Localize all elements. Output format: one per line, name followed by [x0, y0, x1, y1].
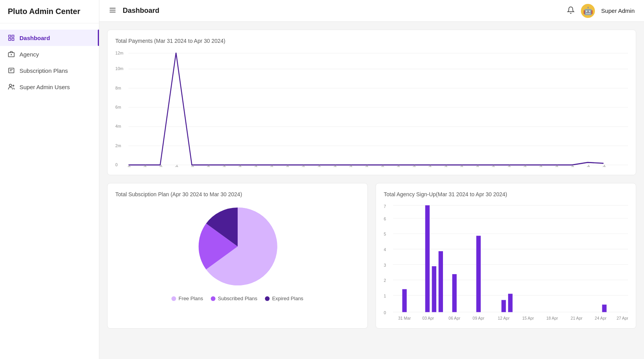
- svg-rect-84: [602, 304, 607, 312]
- svg-text:18 Apr: 18 Apr: [546, 315, 558, 320]
- subscription-plan-title: Total Subsciption Plan (Apr 30 2024 to M…: [115, 191, 360, 197]
- total-payments-title: Total Payments (Mar 31 2024 to Apr 30 20…: [115, 38, 628, 44]
- svg-text:04 Apr: 04 Apr: [184, 164, 195, 167]
- svg-text:3: 3: [384, 262, 386, 267]
- header-actions: 🤖 Super Admin: [567, 4, 635, 18]
- app-logo: Pluto Admin Center: [0, 0, 99, 23]
- legend-label-expired: Expired Plans: [272, 296, 303, 301]
- agency-signup-card: Total Agency Sign-Up(Mar 31 2024 to Apr …: [376, 183, 636, 329]
- svg-text:5: 5: [384, 232, 386, 237]
- svg-text:8m: 8m: [115, 85, 121, 90]
- total-payments-card: Total Payments (Mar 31 2024 to Apr 30 20…: [107, 30, 636, 175]
- svg-text:27 Apr: 27 Apr: [617, 315, 628, 320]
- svg-text:03 Apr: 03 Apr: [169, 164, 180, 167]
- line-chart-svg: 0 2m 4m 6m 8m 10m 12m: [115, 50, 628, 167]
- users-icon: [8, 83, 15, 90]
- username-label: Super Admin: [601, 7, 635, 14]
- page-title: Dashboard: [123, 7, 561, 15]
- svg-text:6: 6: [384, 216, 386, 221]
- content-area: Total Payments (Mar 31 2024 to Apr 30 20…: [99, 22, 644, 359]
- legend-label-free: Free Plans: [178, 296, 203, 301]
- sidebar: Pluto Admin Center Dashboard Agency: [0, 0, 99, 359]
- svg-text:31 Mar: 31 Mar: [120, 164, 132, 167]
- agency-icon: [8, 51, 15, 58]
- legend-free-plans: Free Plans: [171, 296, 203, 301]
- svg-text:31 Mar: 31 Mar: [398, 315, 411, 320]
- subscription-plan-card: Total Subsciption Plan (Apr 30 2024 to M…: [107, 183, 368, 329]
- legend-dot-free: [171, 296, 176, 301]
- main-area: Dashboard 🤖 Super Admin Total Payments (…: [99, 0, 644, 359]
- pie-chart-container: Free Plans Subscribed Plans Expired Plan…: [115, 204, 360, 301]
- menu-icon[interactable]: [109, 6, 116, 16]
- svg-rect-82: [501, 300, 506, 312]
- sidebar-item-label-superadmin: Super Admin Users: [19, 84, 70, 90]
- svg-rect-3: [12, 39, 14, 40]
- svg-text:03 Apr: 03 Apr: [422, 315, 434, 320]
- svg-text:1: 1: [384, 293, 386, 298]
- legend-subscribed-plans: Subscribed Plans: [211, 296, 257, 301]
- sidebar-item-label-subscription: Subscription Plans: [19, 67, 68, 74]
- bar-chart-container: 0 1 2 3 4 5 6 7: [384, 204, 628, 320]
- svg-text:12 Apr: 12 Apr: [498, 315, 510, 320]
- svg-rect-77: [425, 205, 429, 312]
- sidebar-item-dashboard[interactable]: Dashboard: [0, 30, 99, 46]
- svg-rect-76: [402, 289, 407, 312]
- svg-text:4: 4: [384, 247, 386, 252]
- legend-dot-expired: [265, 296, 270, 301]
- legend-expired-plans: Expired Plans: [265, 296, 303, 301]
- sidebar-item-agency[interactable]: Agency: [0, 46, 99, 62]
- svg-text:2m: 2m: [115, 143, 121, 148]
- header: Dashboard 🤖 Super Admin: [99, 0, 644, 22]
- svg-text:09 Apr: 09 Apr: [473, 315, 484, 320]
- svg-rect-2: [9, 39, 11, 40]
- svg-rect-0: [9, 35, 11, 37]
- svg-text:06 Apr: 06 Apr: [448, 315, 460, 320]
- svg-rect-1: [12, 35, 14, 37]
- svg-rect-83: [508, 294, 512, 312]
- svg-text:10m: 10m: [115, 66, 124, 71]
- total-payments-chart: 0 2m 4m 6m 8m 10m 12m: [115, 50, 628, 167]
- svg-text:2: 2: [384, 278, 386, 283]
- svg-text:29 Apr: 29 Apr: [580, 164, 591, 167]
- svg-point-11: [13, 85, 14, 86]
- svg-text:15 Apr: 15 Apr: [522, 315, 534, 320]
- bar-chart-svg: 0 1 2 3 4 5 6 7: [384, 204, 628, 320]
- svg-rect-81: [476, 236, 481, 312]
- svg-text:0: 0: [384, 310, 386, 315]
- agency-signup-title: Total Agency Sign-Up(Mar 31 2024 to Apr …: [384, 191, 628, 197]
- svg-text:4m: 4m: [115, 124, 121, 129]
- svg-text:6m: 6m: [115, 105, 121, 110]
- pie-chart-svg: [195, 204, 281, 289]
- pie-legend: Free Plans Subscribed Plans Expired Plan…: [171, 296, 303, 301]
- svg-text:7: 7: [384, 204, 386, 209]
- legend-label-subscribed: Subscribed Plans: [218, 296, 257, 301]
- sidebar-item-label-agency: Agency: [19, 51, 39, 58]
- sidebar-item-superadmin[interactable]: Super Admin Users: [0, 79, 99, 95]
- sidebar-nav: Dashboard Agency Subscription Plans: [0, 23, 99, 101]
- svg-rect-79: [439, 251, 443, 312]
- svg-text:24 Apr: 24 Apr: [595, 315, 607, 320]
- subscription-icon: [8, 67, 15, 74]
- svg-text:0: 0: [115, 162, 118, 167]
- dashboard-icon: [8, 34, 15, 41]
- avatar: 🤖: [581, 4, 595, 18]
- svg-rect-80: [452, 274, 457, 312]
- svg-point-10: [9, 84, 12, 86]
- legend-dot-subscribed: [211, 296, 215, 301]
- svg-text:12m: 12m: [115, 50, 124, 55]
- bottom-row: Total Subsciption Plan (Apr 30 2024 to M…: [107, 183, 636, 329]
- bell-icon[interactable]: [567, 6, 575, 16]
- svg-text:30 Apr: 30 Apr: [596, 164, 607, 167]
- sidebar-item-label-dashboard: Dashboard: [19, 35, 50, 41]
- svg-text:21 Apr: 21 Apr: [571, 315, 582, 320]
- svg-rect-78: [432, 266, 436, 312]
- sidebar-item-subscription[interactable]: Subscription Plans: [0, 62, 99, 79]
